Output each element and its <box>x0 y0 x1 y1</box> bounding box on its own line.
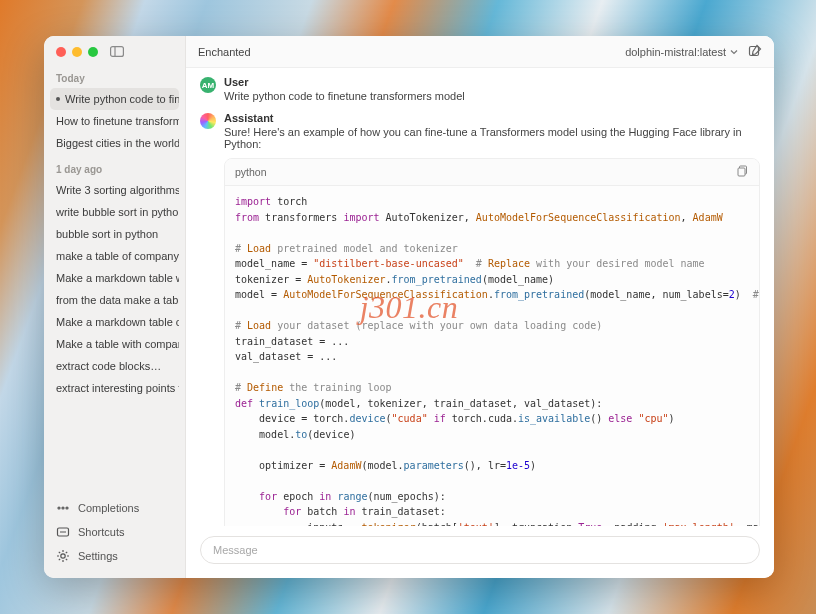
sidebar-item[interactable]: make a table of company… <box>50 245 179 267</box>
sidebar-item[interactable]: Make a markdown table wi… <box>50 267 179 289</box>
code-block: python import torch from transformers im… <box>224 158 760 526</box>
chat-scroll: AM User Write python code to finetune tr… <box>186 68 774 526</box>
window-close-button[interactable] <box>56 47 66 57</box>
app-title: Enchanted <box>198 46 251 58</box>
shortcuts-icon <box>56 525 70 539</box>
sidebar-heading: Today <box>50 63 179 88</box>
active-dot-icon <box>56 97 60 101</box>
svg-point-7 <box>61 554 65 558</box>
sidebar-item[interactable]: write bubble sort in python <box>50 201 179 223</box>
main-header: Enchanted dolphin-mistral:latest <box>186 36 774 68</box>
footer-item-label: Completions <box>78 502 139 514</box>
svg-line-12 <box>59 552 60 553</box>
svg-line-15 <box>59 559 60 560</box>
sidebar-item[interactable]: extract interesting points f… <box>50 377 179 399</box>
message-input-placeholder: Message <box>213 544 258 556</box>
desktop-background: Today Write python code to fin… How to f… <box>0 0 816 614</box>
footer-item-label: Settings <box>78 550 118 562</box>
svg-point-2 <box>58 507 60 509</box>
sidebar-item-label: bubble sort in python <box>56 228 158 240</box>
sidebar-item-label: Make a markdown table wi… <box>56 272 179 284</box>
message-author: User <box>224 76 760 88</box>
main-pane: Enchanted dolphin-mistral:latest AM User <box>186 36 774 578</box>
sidebar-item-label: Biggest cities in the world,… <box>56 137 179 149</box>
sidebar-item-label: Make a table with compan… <box>56 338 179 350</box>
sidebar-item-label: extract interesting points f… <box>56 382 179 394</box>
sidebar-item[interactable]: Make a markdown table of… <box>50 311 179 333</box>
sidebar-item[interactable]: bubble sort in python <box>50 223 179 245</box>
message-text: Write python code to finetune transforme… <box>224 90 760 102</box>
sidebar-item-label: Make a markdown table of… <box>56 316 179 328</box>
code-language-label: python <box>235 166 267 178</box>
message-text: Sure! Here's an example of how you can f… <box>224 126 760 150</box>
message-assistant: Assistant Sure! Here's an example of how… <box>200 112 760 526</box>
copy-icon <box>737 165 749 177</box>
window-titlebar <box>44 36 185 63</box>
app-window: Today Write python code to fin… How to f… <box>44 36 774 578</box>
sidebar-item-label: write bubble sort in python <box>56 206 179 218</box>
copy-code-button[interactable] <box>737 165 749 179</box>
sidebar-item-label: make a table of company… <box>56 250 179 262</box>
compose-icon <box>748 44 762 58</box>
message-user: AM User Write python code to finetune tr… <box>200 76 760 102</box>
sidebar-toggle-icon[interactable] <box>110 46 124 57</box>
sidebar-item[interactable]: Make a table with compan… <box>50 333 179 355</box>
svg-rect-0 <box>111 47 124 57</box>
sidebar-heading: 1 day ago <box>50 154 179 179</box>
svg-line-13 <box>66 559 67 560</box>
message-author: Assistant <box>224 112 760 124</box>
sidebar-item[interactable]: How to finetune transform… <box>50 110 179 132</box>
new-chat-button[interactable] <box>748 44 762 60</box>
svg-rect-18 <box>738 168 745 176</box>
sidebar-item-label: How to finetune transform… <box>56 115 179 127</box>
sidebar-item[interactable]: extract code blocks… <box>50 355 179 377</box>
svg-point-4 <box>66 507 68 509</box>
model-selector[interactable]: dolphin-mistral:latest <box>625 46 738 58</box>
footer-item-settings[interactable]: Settings <box>52 544 177 568</box>
message-input[interactable]: Message <box>200 536 760 564</box>
window-minimize-button[interactable] <box>72 47 82 57</box>
footer-item-completions[interactable]: Completions <box>52 496 177 520</box>
sidebar-item-label: Write 3 sorting algorithms… <box>56 184 179 196</box>
sidebar: Today Write python code to fin… How to f… <box>44 36 186 578</box>
gear-icon <box>56 549 70 563</box>
user-avatar: AM <box>200 77 216 93</box>
sidebar-item-label: Write python code to fin… <box>65 93 179 105</box>
assistant-avatar <box>200 113 216 129</box>
composer: Message <box>186 526 774 578</box>
completions-icon <box>56 501 70 515</box>
chevron-down-icon <box>730 48 738 56</box>
sidebar-item[interactable]: from the data make a tabl… <box>50 289 179 311</box>
window-zoom-button[interactable] <box>88 47 98 57</box>
footer-item-shortcuts[interactable]: Shortcuts <box>52 520 177 544</box>
svg-point-3 <box>62 507 64 509</box>
sidebar-item-label: extract code blocks… <box>56 360 161 372</box>
sidebar-footer: Completions Shortcuts Settings <box>44 490 185 578</box>
sidebar-item-label: from the data make a tabl… <box>56 294 179 306</box>
footer-item-label: Shortcuts <box>78 526 124 538</box>
svg-line-14 <box>66 552 67 553</box>
sidebar-item[interactable]: Write 3 sorting algorithms… <box>50 179 179 201</box>
model-selector-label: dolphin-mistral:latest <box>625 46 726 58</box>
sidebar-list: Today Write python code to fin… How to f… <box>44 63 185 490</box>
sidebar-item[interactable]: Biggest cities in the world,… <box>50 132 179 154</box>
sidebar-item[interactable]: Write python code to fin… <box>50 88 179 110</box>
code-content: import torch from transformers import Au… <box>225 186 759 526</box>
